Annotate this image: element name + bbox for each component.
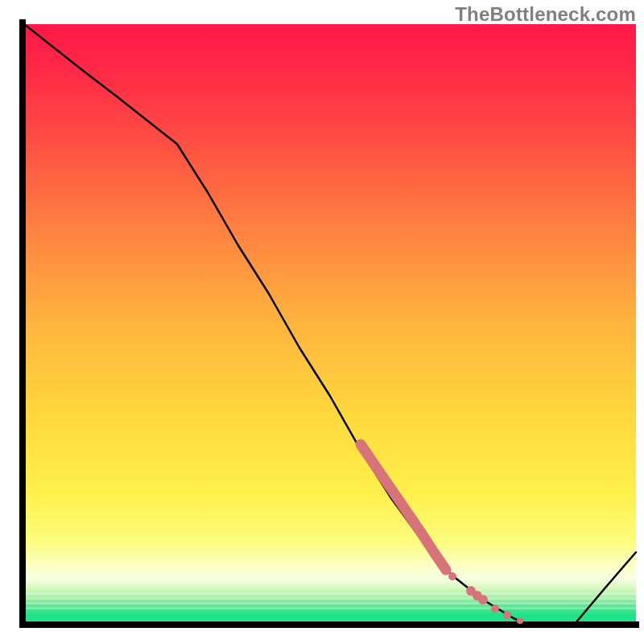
svg-rect-4 [19,19,26,628]
svg-point-11 [503,611,511,619]
svg-rect-3 [24,607,636,609]
plot-background [24,24,636,624]
chart-svg [0,0,644,644]
svg-point-6 [448,572,456,580]
svg-rect-1 [24,597,636,600]
chart-stage: TheBottleneck.com [0,0,644,644]
svg-rect-2 [24,602,636,605]
svg-point-12 [517,617,523,624]
watermark-text: TheBottleneck.com [455,3,636,26]
svg-point-9 [478,595,488,605]
svg-rect-0 [24,592,636,595]
svg-point-10 [491,605,499,613]
